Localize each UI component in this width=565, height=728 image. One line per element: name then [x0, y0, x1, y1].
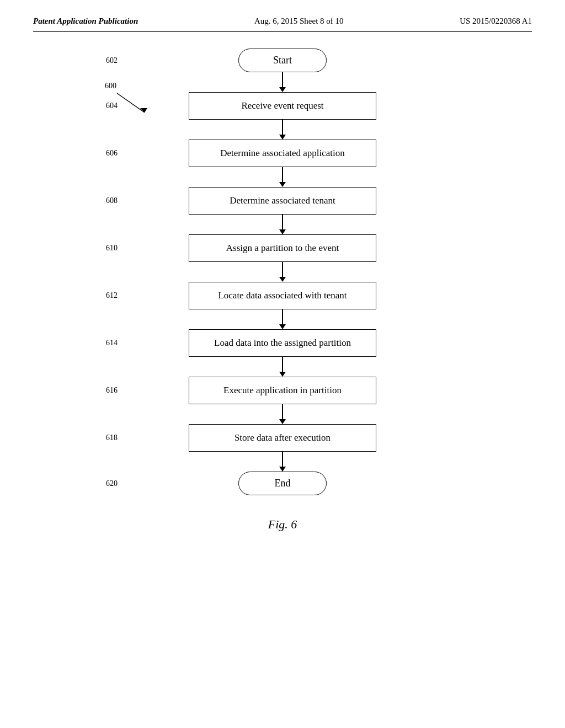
arrow-2 — [279, 120, 286, 140]
patent-number-label: US 2015/0220368 A1 — [460, 17, 532, 26]
figure-caption: Fig. 6 — [268, 517, 297, 532]
box-assign-partition: Assign a partition to the event — [189, 234, 376, 262]
step-602: 602 Start — [89, 49, 476, 72]
box-receive-event: Receive event request — [189, 92, 376, 120]
step-608: 608 Determine associated tenant — [89, 187, 476, 215]
arrow-4 — [279, 215, 286, 234]
box-store-data: Store data after execution — [189, 424, 376, 452]
box-start: Start — [238, 49, 327, 72]
flowchart: 602 Start 604 Receive event request 606 … — [89, 49, 476, 495]
box-end: End — [238, 472, 327, 495]
arrow-1 — [279, 72, 286, 92]
label-612: 612 — [106, 291, 118, 300]
arrow-6 — [279, 309, 286, 329]
arrow-8 — [279, 404, 286, 424]
box-load-data: Load data into the assigned partition — [189, 329, 376, 357]
step-612: 612 Locate data associated with tenant — [89, 282, 476, 309]
step-606: 606 Determine associated application — [89, 140, 476, 167]
step-616: 616 Execute application in partition — [89, 377, 476, 404]
label-610: 610 — [106, 244, 118, 253]
arrow-3 — [279, 167, 286, 187]
box-determine-tenant: Determine associated tenant — [189, 187, 376, 215]
diagram-area: 600 602 Start 604 Receive event request — [0, 49, 565, 532]
box-determine-app: Determine associated application — [189, 140, 376, 167]
label-602: 602 — [106, 56, 118, 65]
label-618: 618 — [106, 433, 118, 442]
step-620: 620 End — [89, 472, 476, 495]
date-sheet-label: Aug. 6, 2015 Sheet 8 of 10 — [254, 17, 344, 26]
step-610: 610 Assign a partition to the event — [89, 234, 476, 262]
step-618: 618 Store data after execution — [89, 424, 476, 452]
arrow-7 — [279, 357, 286, 377]
label-614: 614 — [106, 339, 118, 347]
label-616: 616 — [106, 386, 118, 395]
arrow-5 — [279, 262, 286, 282]
label-604: 604 — [106, 101, 118, 110]
header-divider — [33, 31, 532, 32]
label-608: 608 — [106, 196, 118, 205]
page-header: Patent Application Publication Aug. 6, 2… — [0, 0, 565, 31]
step-604: 604 Receive event request — [89, 92, 476, 120]
step-614: 614 Load data into the assigned partitio… — [89, 329, 476, 357]
publication-label: Patent Application Publication — [33, 17, 138, 26]
box-execute-app: Execute application in partition — [189, 377, 376, 404]
label-620: 620 — [106, 479, 118, 488]
arrow-9 — [279, 452, 286, 472]
box-locate-data: Locate data associated with tenant — [189, 282, 376, 309]
label-606: 606 — [106, 149, 118, 158]
